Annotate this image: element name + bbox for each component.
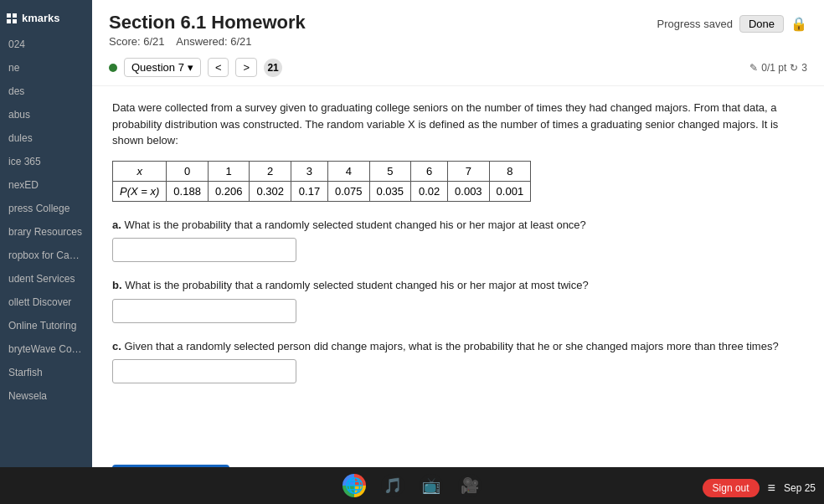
table-p-cell: 0.17	[291, 181, 327, 201]
table-p-cell: 0.02	[411, 181, 448, 201]
prev-question-button[interactable]: <	[208, 58, 229, 77]
table-x-cell: 1	[208, 161, 250, 181]
sub-question-b-label: b.	[112, 279, 125, 291]
sidebar-top-label: kmarks	[22, 12, 60, 24]
page-title: Section 6.1 Homework	[109, 12, 306, 33]
sidebar-header: kmarks	[0, 7, 92, 33]
sidebar-item-udent-services[interactable]: udent Services	[0, 267, 92, 291]
sidebar-item-brary-resources[interactable]: brary Resources	[0, 220, 92, 244]
sidebar-item-nexed[interactable]: nexED	[0, 173, 92, 197]
taskbar-video-icon[interactable]: 🎥	[458, 474, 482, 497]
sidebar-item-024[interactable]: 024	[0, 33, 92, 56]
sidebar-item-abus[interactable]: abus	[0, 103, 92, 126]
sub-question-a-label: a.	[112, 219, 124, 231]
table-x-cell: 0	[167, 161, 209, 181]
table-p-cell: 0.206	[208, 181, 250, 201]
sub-question-a: a. What is the probability that a random…	[112, 217, 804, 263]
sidebar-item-brytewave[interactable]: bryteWave Course Materials	[0, 337, 92, 361]
chevron-down-icon: ▾	[188, 61, 193, 74]
sub-question-c: c. Given that a randomly selected person…	[112, 338, 804, 384]
grid-icon	[7, 13, 17, 23]
taskbar-date: Sep 25	[784, 482, 816, 494]
table-x-cell: 5	[369, 161, 411, 181]
table-x-cell: 6	[411, 161, 448, 181]
points-info: ✎ 0/1 pt ↻ 3	[749, 62, 807, 74]
edit-icon: ✎	[749, 62, 758, 74]
sub-question-a-body: What is the probability that a randomly …	[124, 219, 585, 231]
sidebar-item-dules[interactable]: dules	[0, 126, 92, 150]
table-p-cell: 0.188	[167, 181, 209, 201]
answer-input-b[interactable]	[112, 299, 296, 323]
retry-count: 3	[801, 62, 807, 74]
table-p-cell: 0.035	[369, 181, 411, 201]
table-p-cell: 0.075	[327, 181, 369, 201]
sidebar-item-ice365[interactable]: ice 365	[0, 150, 92, 173]
sidebar-item-newsela[interactable]: Newsela	[0, 384, 92, 408]
retry-icon: ↻	[790, 62, 798, 74]
table-x-cell: 3	[291, 161, 327, 181]
answer-input-c[interactable]	[112, 359, 296, 383]
sidebar-item-starfish[interactable]: Starfish	[0, 361, 92, 384]
sidebar-item-ollett-discover[interactable]: ollett Discover	[0, 291, 92, 314]
sub-question-c-text: c. Given that a randomly selected person…	[112, 338, 804, 355]
sidebar-item-press-college[interactable]: press College	[0, 197, 92, 220]
taskbar: 🌐 🎵 📺 🎥 Sign out ≡ Sep 25	[0, 467, 824, 504]
taskbar-monitor-icon[interactable]: 📺	[420, 474, 443, 497]
table-x-cell: 2	[250, 161, 291, 181]
next-question-button[interactable]: >	[235, 58, 257, 77]
sidebar-item-des[interactable]: des	[0, 80, 92, 103]
table-p-cell: 0.001	[489, 181, 531, 201]
question-badge: 21	[264, 59, 282, 77]
sub-question-b-body: What is the probability that a randomly …	[125, 279, 589, 291]
sign-out-button[interactable]: Sign out	[703, 479, 760, 497]
probability-table: x012345678P(X = x)0.1880.2060.3020.170.0…	[112, 161, 531, 202]
main-content: Section 6.1 Homework Score: 6/21 Answere…	[92, 0, 824, 504]
sub-question-b: b. What is the probability that a random…	[112, 277, 804, 323]
answered-label: Answered: 6/21	[176, 35, 251, 48]
sub-question-a-text: a. What is the probability that a random…	[112, 217, 804, 234]
pts-text: 0/1 pt	[761, 62, 786, 74]
table-x-cell: 7	[448, 161, 490, 181]
table-x-cell: 8	[489, 161, 531, 181]
question-nav: Question 7 ▾ < > 21 ✎ 0/1 pt ↻ 3	[92, 53, 824, 86]
table-p-cell: 0.302	[250, 181, 291, 201]
question-dot	[109, 64, 117, 72]
score-info: Score: 6/21 Answered: 6/21	[109, 35, 306, 48]
question-content: Data were collected from a survey given …	[92, 86, 824, 461]
progress-saved-text: Progress saved	[657, 18, 733, 30]
answer-input-a[interactable]	[112, 238, 296, 262]
table-p-cell: 0.003	[448, 181, 490, 201]
problem-description: Data were collected from a survey given …	[112, 100, 804, 149]
sidebar-item-ne[interactable]: ne	[0, 56, 92, 80]
taskbar-chrome-icon[interactable]: 🌐	[342, 474, 366, 497]
question-selector[interactable]: Question 7 ▾	[124, 58, 201, 77]
header-left: Section 6.1 Homework Score: 6/21 Answere…	[109, 12, 306, 48]
sidebar-item-online-tutoring[interactable]: Online Tutoring	[0, 314, 92, 337]
sidebar-item-ropbox-canvas[interactable]: ropbox for Canvas	[0, 244, 92, 267]
lock-icon: 🔒	[791, 16, 807, 32]
taskbar-music-icon[interactable]: 🎵	[381, 474, 404, 497]
header-right: Progress saved Done 🔒	[657, 15, 807, 33]
score-label: Score: 6/21	[109, 35, 165, 48]
sidebar: kmarks 024 ne des abus dules ice 365 nex…	[0, 0, 92, 504]
table-x-cell: 4	[327, 161, 369, 181]
taskbar-menu-icon[interactable]: ≡	[768, 481, 775, 496]
sub-question-b-text: b. What is the probability that a random…	[112, 277, 804, 294]
done-button[interactable]: Done	[739, 15, 784, 33]
question-label: Question 7	[131, 61, 184, 74]
sub-question-c-body: Given that a randomly selected person di…	[124, 340, 778, 352]
page-header: Section 6.1 Homework Score: 6/21 Answere…	[92, 0, 824, 53]
sub-question-c-label: c.	[112, 340, 124, 352]
taskbar-right: Sign out ≡ Sep 25	[703, 479, 816, 497]
